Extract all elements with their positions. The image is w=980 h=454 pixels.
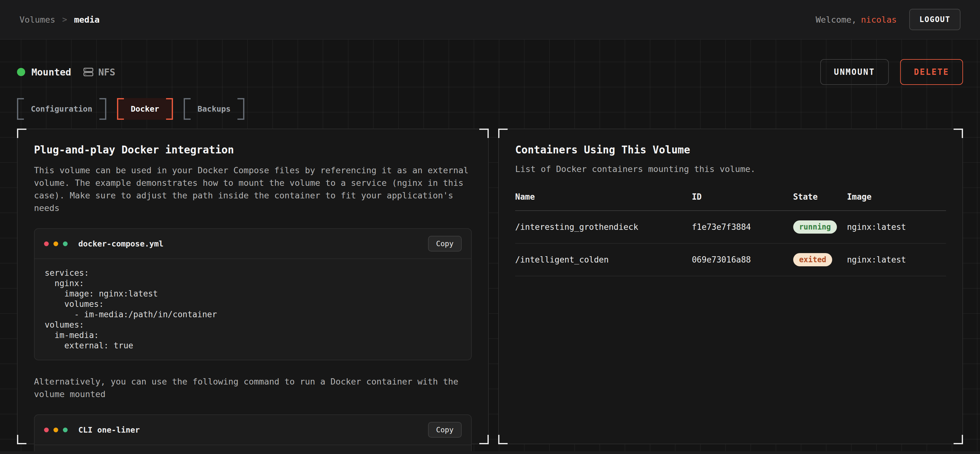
- footer-strip: [0, 451, 980, 454]
- mounted-status-dot-icon: [17, 68, 25, 76]
- window-dot-amber-icon: [54, 428, 58, 432]
- main-content: Mounted NFS UNMOUNT DELETE Configuration: [0, 40, 980, 454]
- compose-code-card: docker-compose.yml Copy services: nginx:…: [34, 228, 472, 360]
- window-dot-green-icon: [63, 428, 68, 432]
- breadcrumb-current-volume: media: [74, 15, 99, 24]
- window-dot-red-icon: [44, 241, 49, 246]
- status-badge: exited: [793, 253, 832, 266]
- logout-button[interactable]: LOGOUT: [909, 9, 961, 30]
- server-stack-icon: [83, 67, 94, 77]
- container-id: 069e73016a88: [692, 255, 793, 264]
- column-header-id: ID: [692, 192, 793, 202]
- copy-compose-button[interactable]: Copy: [428, 236, 462, 251]
- compose-code-text: services: nginx: image: nginx:latest vol…: [45, 268, 461, 351]
- volume-action-buttons: UNMOUNT DELETE: [820, 59, 963, 85]
- panels-row: Plug-and-play Docker integration This vo…: [17, 129, 963, 444]
- compose-code-header: docker-compose.yml Copy: [35, 229, 471, 259]
- container-id: f1e73e7f3884: [692, 222, 793, 232]
- docker-integration-panel: Plug-and-play Docker integration This vo…: [17, 129, 489, 444]
- cli-block-title: CLI one-liner: [78, 425, 140, 435]
- panel-corner-icon: [17, 435, 26, 444]
- panel-corner-icon: [17, 129, 26, 138]
- top-header-bar: Volumes > media Welcome,nicolas LOGOUT: [0, 0, 980, 40]
- window-dots: [44, 241, 68, 246]
- welcome-prefix: Welcome,: [816, 15, 856, 24]
- breadcrumb: Volumes > media: [19, 15, 100, 24]
- username: nicolas: [861, 15, 897, 24]
- docker-panel-title: Plug-and-play Docker integration: [34, 144, 472, 156]
- tab-docker[interactable]: Docker: [117, 98, 173, 120]
- containers-panel-subtitle: List of Docker containers mounting this …: [515, 164, 946, 174]
- containers-table-header: Name ID State Image: [515, 192, 946, 211]
- welcome-text: Welcome,nicolas: [816, 15, 897, 24]
- window-dot-red-icon: [44, 428, 49, 432]
- container-image: nginx:latest: [847, 255, 946, 264]
- driver-type-label: NFS: [98, 67, 115, 78]
- topbar-right: Welcome,nicolas LOGOUT: [816, 9, 961, 30]
- container-name: /intelligent_colden: [515, 255, 692, 264]
- panel-corner-icon: [498, 129, 508, 138]
- compose-code-body: services: nginx: image: nginx:latest vol…: [35, 259, 471, 360]
- tab-configuration[interactable]: Configuration: [17, 98, 106, 120]
- window-dot-green-icon: [63, 241, 68, 246]
- column-header-image: Image: [847, 192, 946, 202]
- copy-cli-button[interactable]: Copy: [428, 422, 462, 438]
- mounted-status-label: Mounted: [32, 67, 71, 78]
- container-image: nginx:latest: [847, 222, 946, 232]
- column-header-name: Name: [515, 192, 692, 202]
- breadcrumb-volumes-link[interactable]: Volumes: [19, 15, 55, 24]
- containers-panel-title: Containers Using This Volume: [515, 144, 946, 156]
- status-row: Mounted NFS UNMOUNT DELETE: [17, 40, 963, 85]
- panel-corner-icon: [479, 435, 489, 444]
- window-dots: [44, 428, 68, 432]
- panel-corner-icon: [479, 129, 489, 138]
- chevron-right-icon: >: [62, 15, 67, 24]
- volume-status: Mounted NFS: [17, 67, 115, 78]
- cli-code-card: CLI one-liner Copy docker run -v im-medi…: [34, 414, 472, 454]
- panel-corner-icon: [954, 129, 963, 138]
- status-badge: running: [793, 221, 837, 233]
- tab-bar: Configuration Docker Backups: [17, 98, 963, 120]
- containers-table: Name ID State Image /interesting_grothen…: [515, 192, 946, 276]
- window-dot-amber-icon: [54, 241, 58, 246]
- docker-panel-description: This volume can be used in your Docker C…: [34, 164, 472, 214]
- compose-filename: docker-compose.yml: [78, 239, 164, 248]
- cli-intro-text: Alternatively, you can use the following…: [34, 375, 472, 400]
- tab-backups[interactable]: Backups: [184, 98, 244, 120]
- table-row: /intelligent_colden 069e73016a88 exited …: [515, 244, 946, 276]
- panel-corner-icon: [498, 435, 508, 444]
- container-name: /interesting_grothendieck: [515, 222, 692, 232]
- delete-button[interactable]: DELETE: [900, 59, 963, 85]
- table-row: /interesting_grothendieck f1e73e7f3884 r…: [515, 211, 946, 244]
- containers-panel: Containers Using This Volume List of Doc…: [498, 129, 963, 444]
- driver-indicator: NFS: [83, 67, 115, 78]
- cli-code-header: CLI one-liner Copy: [35, 415, 471, 445]
- panel-corner-icon: [954, 435, 963, 444]
- unmount-button[interactable]: UNMOUNT: [820, 59, 889, 85]
- column-header-state: State: [793, 192, 847, 202]
